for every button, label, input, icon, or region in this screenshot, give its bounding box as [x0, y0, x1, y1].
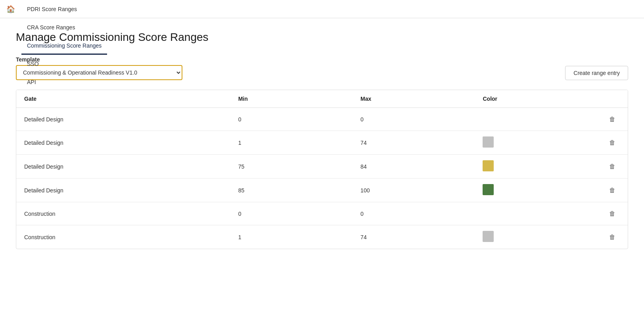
cell-gate: Detailed Design [16, 131, 230, 155]
cell-color [475, 202, 597, 225]
cell-min: 1 [230, 225, 353, 249]
table-row: Construction174🗑 [16, 225, 628, 249]
nav-items: PortfoliosUsersTemplatesProject Statuses… [21, 0, 107, 91]
col-header-min: Min [230, 90, 353, 108]
table-header: Gate Min Max Color [16, 90, 628, 108]
delete-row-button[interactable]: 🗑 [606, 161, 619, 172]
cell-min: 0 [230, 202, 353, 225]
cell-min: 85 [230, 179, 353, 202]
cell-max: 74 [353, 225, 475, 249]
delete-row-button[interactable]: 🗑 [606, 208, 619, 219]
col-header-action [597, 90, 628, 108]
filter-row: Template Commissioning & Operational Rea… [16, 56, 628, 80]
score-ranges-table-container: Gate Min Max Color Detailed Design00🗑Det… [16, 90, 628, 249]
cell-max: 0 [353, 108, 475, 131]
trash-icon: 🗑 [609, 116, 615, 123]
cell-gate: Construction [16, 202, 230, 225]
cell-color [475, 225, 597, 249]
page-title: Manage Commissioning Score Ranges [16, 31, 628, 44]
cell-max: 100 [353, 179, 475, 202]
nav-bar: 🏠 PortfoliosUsersTemplatesProject Status… [0, 0, 644, 18]
delete-row-button[interactable]: 🗑 [606, 137, 619, 148]
nav-item-sso[interactable]: SSO [21, 55, 107, 73]
nav-item-cra-score-ranges[interactable]: CRA Score Ranges [21, 18, 107, 36]
col-header-color: Color [475, 90, 597, 108]
color-swatch [483, 184, 494, 195]
trash-icon: 🗑 [609, 210, 615, 217]
home-icon[interactable]: 🏠 [6, 5, 15, 13]
table-row: Detailed Design00🗑 [16, 108, 628, 131]
trash-icon: 🗑 [609, 187, 615, 194]
delete-row-button[interactable]: 🗑 [606, 231, 619, 243]
table-row: Detailed Design7584🗑 [16, 155, 628, 179]
col-header-max: Max [353, 90, 475, 108]
color-swatch [483, 136, 494, 148]
cell-action: 🗑 [597, 155, 628, 179]
cell-max: 0 [353, 202, 475, 225]
cell-min: 0 [230, 108, 353, 131]
trash-icon: 🗑 [609, 234, 615, 241]
cell-color [475, 108, 597, 131]
nav-item-api[interactable]: API [21, 73, 107, 91]
cell-action: 🗑 [597, 202, 628, 225]
table-body: Detailed Design00🗑Detailed Design174🗑Det… [16, 108, 628, 249]
cell-color [475, 131, 597, 155]
col-header-gate: Gate [16, 90, 230, 108]
cell-gate: Detailed Design [16, 179, 230, 202]
color-swatch [483, 231, 494, 242]
delete-row-button[interactable]: 🗑 [606, 113, 619, 125]
score-ranges-table: Gate Min Max Color Detailed Design00🗑Det… [16, 90, 628, 249]
cell-color [475, 179, 597, 202]
cell-gate: Detailed Design [16, 155, 230, 179]
cell-min: 75 [230, 155, 353, 179]
nav-item-pdri-score-ranges[interactable]: PDRI Score Ranges [21, 0, 107, 18]
trash-icon: 🗑 [609, 139, 615, 146]
cell-action: 🗑 [597, 225, 628, 249]
nav-item-commissioning-score-ranges[interactable]: Commissioning Score Ranges [21, 36, 107, 55]
cell-min: 1 [230, 131, 353, 155]
cell-max: 74 [353, 131, 475, 155]
color-swatch [483, 160, 494, 171]
cell-action: 🗑 [597, 131, 628, 155]
create-range-entry-button[interactable]: Create range entry [565, 66, 628, 80]
cell-max: 84 [353, 155, 475, 179]
table-row: Detailed Design85100🗑 [16, 179, 628, 202]
trash-icon: 🗑 [609, 163, 615, 170]
cell-color [475, 155, 597, 179]
table-row: Construction00🗑 [16, 202, 628, 225]
cell-gate: Detailed Design [16, 108, 230, 131]
cell-gate: Construction [16, 225, 230, 249]
table-row: Detailed Design174🗑 [16, 131, 628, 155]
delete-row-button[interactable]: 🗑 [606, 184, 619, 196]
cell-action: 🗑 [597, 179, 628, 202]
cell-action: 🗑 [597, 108, 628, 131]
